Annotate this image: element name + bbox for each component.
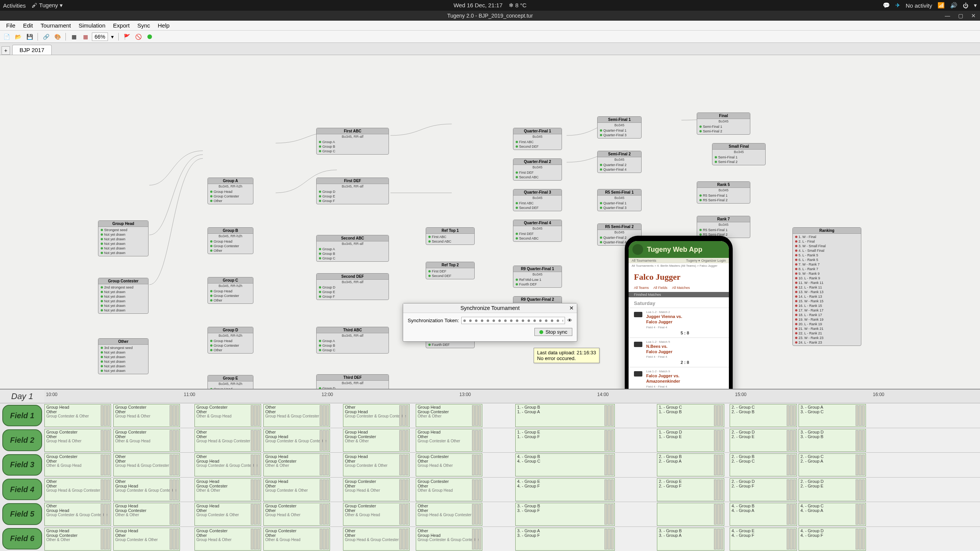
node-port[interactable]: Group E xyxy=(318,194,387,199)
node-port[interactable]: Group F xyxy=(318,294,387,299)
node-port[interactable]: Not yet drawn xyxy=(100,299,147,303)
tool-nosmoke-icon[interactable]: 🚫 xyxy=(133,32,143,42)
match-block[interactable]: Group HeadOtherGroup Contester & Other xyxy=(194,503,261,526)
node-qf3[interactable]: Quarter-Final 3 Bo345 First ABCSecond DE… xyxy=(513,189,562,211)
field-label[interactable]: Field 5 xyxy=(2,503,42,525)
node-port[interactable]: R5 Semi-Final 1 xyxy=(699,193,748,198)
node-other[interactable]: Other 3rd strongest seedNot yet drawnNot… xyxy=(98,338,149,374)
node-port[interactable]: Group C xyxy=(318,348,387,352)
match-block[interactable]: 4. - Group B4. - Group C xyxy=(515,453,615,476)
node-port[interactable]: First DEF xyxy=(515,170,560,175)
match-block[interactable]: 2. - Group D2. - Group F xyxy=(730,478,797,501)
node-group-b[interactable]: Group B Bo345, RR-h2h Group HeadGroup Co… xyxy=(207,227,253,254)
token-input[interactable] xyxy=(461,317,565,324)
minimize-button[interactable]: — xyxy=(941,11,954,21)
match-block[interactable]: OtherOtherGroup Head & Group Contester xyxy=(343,528,410,551)
node-port[interactable]: First DEF xyxy=(515,231,560,236)
node-port[interactable]: First DEF xyxy=(428,269,473,274)
add-tab-button[interactable]: + xyxy=(2,46,10,55)
node-port[interactable]: Not yet drawn xyxy=(100,237,147,241)
node-port[interactable]: 13. W - Rank 13 xyxy=(794,290,859,294)
menu-edit[interactable]: Edit xyxy=(19,21,37,29)
match-block[interactable]: Group HeadGroup ContesterOther & Other xyxy=(194,478,261,501)
dialog-titlebar[interactable]: Synchronize Tournament ✕ xyxy=(403,303,577,313)
match-block[interactable]: Group HeadGroup ContesterOther & Other xyxy=(416,404,482,427)
telegram-icon[interactable]: ✈ xyxy=(895,2,900,9)
node-group-a[interactable]: Group A Bo345, RR-h2h Group HeadGroup Co… xyxy=(207,178,253,204)
node-port[interactable]: Quarter-Final 3 xyxy=(599,133,640,137)
node-port[interactable]: Fourth DEF xyxy=(428,342,473,347)
tool-new-icon[interactable]: 📄 xyxy=(2,32,11,42)
node-qf2[interactable]: Quarter-Final 2 Bo345 First DEFSecond AB… xyxy=(513,158,562,181)
match-block[interactable]: 2. - Group E2. - Group F xyxy=(657,478,724,501)
node-port[interactable]: Group E xyxy=(318,290,387,294)
match-block[interactable]: Group HeadOtherGroup Contester & Other xyxy=(44,404,111,427)
phone-match-card[interactable]: Loa 1-2 · Match 2 Jugger Vienna vs.Falco… xyxy=(629,308,729,337)
node-port[interactable]: Group D xyxy=(318,285,387,290)
tool-sync-icon[interactable] xyxy=(145,32,155,42)
tool-grid-icon[interactable]: ▦ xyxy=(69,32,79,42)
match-block[interactable]: OtherGroup HeadGroup Contester & Group C… xyxy=(416,528,482,551)
node-ref-top-1[interactable]: Ref Top 1 First ABCSecond ABC xyxy=(426,227,475,245)
node-port[interactable]: Group A xyxy=(318,140,387,144)
match-block[interactable]: Group HeadGroup ContesterOther & Other xyxy=(44,528,111,551)
node-port[interactable]: First ABC xyxy=(515,201,560,205)
node-port[interactable]: Not yet drawn xyxy=(100,241,147,246)
power-icon[interactable]: ⏻ xyxy=(963,2,969,9)
node-port[interactable]: Not yet drawn xyxy=(100,364,147,368)
node-port[interactable]: Second DEF xyxy=(515,205,560,210)
match-block[interactable]: Group HeadOtherGroup Contester & Other xyxy=(416,429,482,452)
match-block[interactable]: 3. - Group B3. - Group A xyxy=(657,528,724,551)
node-port[interactable]: 3. W - Small Final xyxy=(794,244,859,248)
match-block[interactable]: 2. - Group D2. - Group E xyxy=(730,429,797,452)
match-block[interactable]: 4. - Group D4. - Group F xyxy=(799,528,866,551)
node-port[interactable]: 19. W - Rank 19 xyxy=(794,317,859,322)
node-port[interactable]: Quarter-Final 1 xyxy=(599,128,640,133)
tool-save-icon[interactable]: 💾 xyxy=(24,32,34,42)
field-label[interactable]: Field 4 xyxy=(2,479,42,500)
match-block[interactable]: Group ContesterOtherOther & Group Head xyxy=(416,478,482,501)
dialog-close-icon[interactable]: ✕ xyxy=(569,305,574,311)
match-block[interactable]: OtherGroup HeadGroup Contester & Group C… xyxy=(263,429,330,452)
match-block[interactable]: 2. - Group B2. - Group A xyxy=(657,453,724,476)
node-port[interactable]: Group Head xyxy=(209,339,252,343)
field-label[interactable]: Field 6 xyxy=(2,528,42,549)
node-port[interactable]: 16. L - Rank 15 xyxy=(794,303,859,308)
match-block[interactable]: Group HeadGroup ContesterOther & Other xyxy=(343,429,410,452)
menu-export[interactable]: Export xyxy=(109,21,133,29)
node-port[interactable]: 23. W - Rank 23 xyxy=(794,336,859,340)
match-block[interactable]: Group HeadGroup ContesterOther & Other xyxy=(263,453,330,476)
match-block[interactable]: Group ContesterOtherGroup Head & Other xyxy=(343,478,410,501)
node-port[interactable]: 2. L - Final xyxy=(794,239,859,244)
node-port[interactable]: 11. W - Rank 11 xyxy=(794,280,859,285)
match-block[interactable]: 4. - Group E4. - Group F xyxy=(515,478,615,501)
app-menu[interactable]: 🖋 Tugeny ▾ xyxy=(32,2,63,9)
match-block[interactable]: OtherOtherGroup Head & Group Contester xyxy=(416,503,482,526)
node-port[interactable]: Group C xyxy=(318,149,387,153)
node-port[interactable]: Not yet drawn xyxy=(100,303,147,308)
match-block[interactable]: Group ContesterOtherOther & Group Head xyxy=(194,404,261,427)
node-first-abc[interactable]: First ABC Bo345, RR-alf Group AGroup BGr… xyxy=(316,128,389,155)
node-port[interactable]: Not yet drawn xyxy=(100,290,147,294)
node-port[interactable]: Group Head xyxy=(209,239,252,244)
match-block[interactable]: 1. - Group D1. - Group E xyxy=(657,429,724,452)
bracket-canvas[interactable]: Group Head Strongest seedNot yet drawnNo… xyxy=(0,55,980,389)
match-block[interactable]: 1. - Group B1. - Group A xyxy=(515,404,615,427)
node-port[interactable]: Group Head xyxy=(209,189,252,194)
phone-tab-matches[interactable]: All Matches xyxy=(672,286,690,290)
node-port[interactable]: 17. W - Rank 17 xyxy=(794,308,859,313)
field-label[interactable]: Field 3 xyxy=(2,454,42,476)
node-port[interactable]: 22. L - Rank 21 xyxy=(794,331,859,336)
node-port[interactable]: 5. L - Rank 5 xyxy=(794,253,859,258)
phone-nav-right[interactable]: Tugeny ▾ Organizer Login xyxy=(686,259,726,262)
match-block[interactable]: OtherOtherGroup Head & Group Contester xyxy=(44,478,111,501)
match-block[interactable]: OtherGroup HeadGroup Contester & Group C… xyxy=(44,503,111,526)
node-port[interactable]: Group B xyxy=(318,144,387,149)
stop-sync-button[interactable]: Stop sync xyxy=(534,328,572,336)
node-port[interactable]: Semi-Final 1 xyxy=(714,155,764,160)
match-block[interactable]: Group ContesterOtherGroup Head & Other xyxy=(113,404,180,427)
phone-tab-fields[interactable]: All Fields xyxy=(653,286,668,290)
match-block[interactable]: Group ContesterOtherGroup Head & Other xyxy=(416,453,482,476)
node-sf1[interactable]: Semi-Final 1 Bo345 Quarter-Final 1Quarte… xyxy=(597,116,642,139)
zoom-level[interactable]: 66% xyxy=(92,33,108,41)
